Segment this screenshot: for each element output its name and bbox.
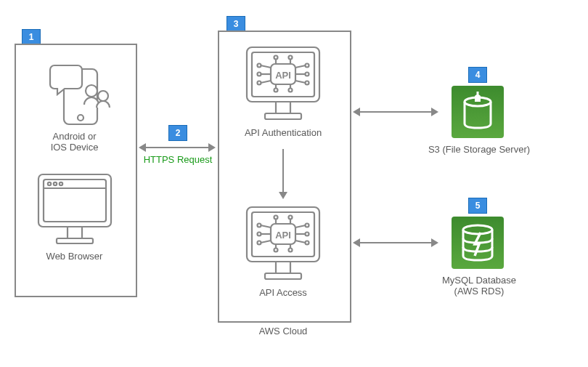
svg-point-64 (289, 249, 293, 252)
badge-4: 4 (468, 67, 487, 83)
svg-point-55 (306, 241, 309, 245)
arrow-auth-access (282, 149, 284, 193)
svg-point-59 (274, 216, 278, 219)
svg-text:API: API (275, 70, 291, 81)
api-access-icon: API (243, 203, 323, 283)
svg-line-23 (261, 65, 271, 68)
svg-line-58 (295, 241, 306, 243)
api-auth-icon: API (243, 44, 323, 124)
svg-rect-5 (44, 180, 106, 222)
arrow-cloud-s3 (359, 111, 432, 113)
svg-point-37 (289, 89, 293, 92)
svg-line-50 (261, 225, 271, 227)
svg-point-8 (54, 182, 57, 185)
svg-point-26 (306, 64, 309, 68)
https-request-label: HTTPS Request (142, 154, 214, 165)
svg-point-1 (78, 115, 83, 121)
svg-point-53 (306, 224, 309, 227)
svg-point-63 (274, 249, 278, 252)
badge-5: 5 (468, 198, 487, 214)
svg-point-49 (258, 241, 261, 245)
s3-icon (452, 86, 504, 138)
svg-line-56 (295, 225, 306, 227)
svg-point-21 (258, 73, 261, 76)
badge-3: 3 (226, 16, 245, 32)
svg-point-60 (289, 216, 293, 219)
rds-icon (452, 217, 504, 269)
svg-text:API: API (275, 230, 291, 241)
svg-point-32 (274, 56, 278, 60)
svg-point-69 (463, 225, 492, 234)
s3-label: S3 (File Storage Server) (421, 144, 537, 155)
api-auth-label: API Authentication (225, 127, 341, 138)
svg-point-47 (258, 224, 261, 227)
badge-2: 2 (168, 125, 187, 141)
svg-point-3 (98, 91, 108, 101)
svg-line-29 (295, 65, 306, 68)
arrow-client-cloud (145, 147, 209, 148)
svg-line-25 (261, 81, 271, 83)
svg-point-28 (306, 81, 309, 85)
svg-rect-44 (265, 273, 301, 279)
svg-point-22 (258, 81, 261, 85)
arrow-cloud-rds (359, 242, 432, 243)
svg-point-48 (258, 233, 261, 236)
svg-point-36 (274, 89, 278, 92)
svg-point-33 (289, 56, 293, 60)
svg-rect-17 (265, 113, 301, 119)
svg-line-31 (295, 81, 306, 83)
rds-label: MySQL Database (AWS RDS) (421, 275, 537, 297)
web-browser-label: Web Browser (22, 251, 127, 262)
aws-cloud-label: AWS Cloud (218, 326, 348, 336)
svg-line-52 (261, 241, 271, 243)
svg-point-54 (306, 233, 309, 236)
svg-point-9 (60, 182, 62, 185)
svg-point-27 (306, 73, 309, 76)
mobile-device-label: Android or IOS Device (22, 131, 127, 153)
svg-point-20 (258, 64, 261, 68)
svg-point-7 (48, 182, 51, 185)
badge-1: 1 (22, 29, 41, 45)
web-browser-icon (35, 171, 115, 247)
svg-rect-12 (57, 238, 93, 243)
api-access-label: API Access (225, 287, 341, 298)
svg-point-2 (86, 85, 97, 97)
mobile-device-icon (36, 58, 113, 127)
